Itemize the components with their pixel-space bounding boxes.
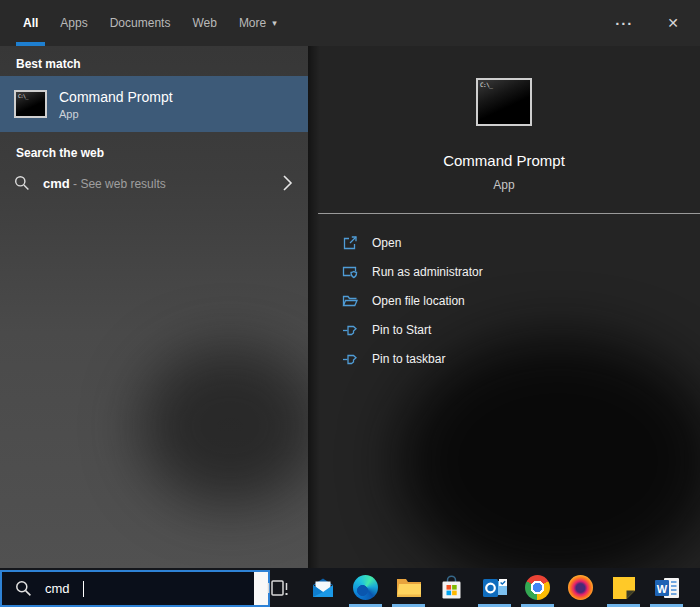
blurred-region bbox=[140, 346, 308, 506]
command-prompt-icon: C:\_ bbox=[14, 90, 47, 118]
tab-web[interactable]: Web bbox=[181, 0, 227, 46]
action-label: Pin to taskbar bbox=[372, 352, 445, 366]
action-run-as-administrator[interactable]: Run as administrator bbox=[342, 257, 700, 286]
result-title: Command Prompt bbox=[59, 89, 173, 105]
task-view-icon bbox=[265, 577, 289, 599]
preview-title: Command Prompt bbox=[308, 152, 700, 169]
tab-apps-label: Apps bbox=[60, 16, 87, 30]
cmd-prompt-glyph: C:\_ bbox=[480, 81, 492, 88]
task-view-button[interactable] bbox=[261, 575, 293, 601]
search-filter-bar: All Apps Documents Web More ▾ ··· ✕ bbox=[0, 0, 700, 46]
taskbar: cmd bbox=[0, 568, 700, 607]
firefox-icon bbox=[568, 575, 593, 600]
web-result-suffix: - See web results bbox=[70, 177, 166, 191]
tab-documents-label: Documents bbox=[110, 16, 171, 30]
search-input-value: cmd bbox=[45, 581, 70, 596]
preview-subtitle: App bbox=[308, 178, 700, 192]
microsoft-store-icon bbox=[440, 575, 463, 600]
filter-tabs: All Apps Documents Web More ▾ bbox=[12, 0, 288, 46]
best-match-header: Best match bbox=[16, 57, 292, 71]
taskbar-apps: W bbox=[309, 568, 680, 607]
sticky-notes-icon bbox=[613, 577, 635, 599]
result-type: App bbox=[59, 108, 173, 120]
pin-to-taskbar-icon bbox=[342, 351, 358, 367]
action-pin-to-start[interactable]: Pin to Start bbox=[342, 315, 700, 344]
taskbar-app-file-explorer[interactable] bbox=[395, 568, 422, 607]
tab-documents[interactable]: Documents bbox=[99, 0, 182, 46]
chrome-icon bbox=[525, 575, 550, 600]
preview-panel: C:\_ Command Prompt App Open bbox=[308, 46, 700, 568]
cmd-prompt-glyph: C:\_ bbox=[18, 93, 28, 99]
best-match-text: Command Prompt App bbox=[59, 89, 173, 120]
action-label: Open bbox=[372, 236, 401, 250]
taskbar-app-word[interactable]: W bbox=[653, 568, 680, 607]
window-controls: ··· ✕ bbox=[609, 0, 686, 46]
tab-all[interactable]: All bbox=[12, 0, 49, 46]
file-explorer-icon bbox=[396, 577, 422, 598]
open-icon bbox=[342, 235, 358, 251]
tab-all-label: All bbox=[23, 16, 38, 30]
action-label: Pin to Start bbox=[372, 323, 431, 337]
app-preview: C:\_ Command Prompt App bbox=[308, 46, 700, 192]
word-letter: W bbox=[656, 582, 667, 594]
word-icon: W bbox=[654, 577, 680, 599]
mail-icon bbox=[310, 577, 336, 599]
taskbar-app-edge[interactable] bbox=[352, 568, 379, 607]
chevron-down-icon: ▾ bbox=[272, 18, 277, 28]
windows-search-screen: { "topbar": { "tabs": [ {"label": "All",… bbox=[0, 0, 700, 607]
taskbar-app-microsoft-store[interactable] bbox=[438, 568, 465, 607]
search-icon bbox=[14, 175, 30, 191]
chevron-right-icon[interactable] bbox=[282, 174, 293, 192]
web-result-cmd[interactable]: cmd - See web results bbox=[0, 165, 308, 201]
more-options-icon[interactable]: ··· bbox=[609, 12, 639, 35]
taskbar-app-outlook[interactable] bbox=[481, 568, 508, 607]
open-file-location-icon bbox=[342, 293, 358, 309]
action-list: Open Run as administrator bbox=[308, 222, 700, 373]
action-pin-to-taskbar[interactable]: Pin to taskbar bbox=[342, 344, 700, 373]
pin-to-start-icon bbox=[342, 322, 358, 338]
action-label: Open file location bbox=[372, 294, 465, 308]
taskbar-app-chrome[interactable] bbox=[524, 568, 551, 607]
text-cursor bbox=[83, 581, 84, 597]
close-icon[interactable]: ✕ bbox=[661, 12, 686, 34]
run-as-administrator-icon bbox=[342, 264, 358, 280]
taskbar-search-input[interactable]: cmd bbox=[0, 570, 270, 607]
search-flyout: Best match C:\_ Command Prompt App Searc… bbox=[0, 46, 700, 568]
taskbar-app-sticky-notes[interactable] bbox=[610, 568, 637, 607]
tab-web-label: Web bbox=[192, 16, 216, 30]
tab-more[interactable]: More ▾ bbox=[228, 0, 288, 46]
action-open[interactable]: Open bbox=[342, 228, 700, 257]
search-icon bbox=[15, 580, 32, 597]
results-panel: Best match C:\_ Command Prompt App Searc… bbox=[0, 46, 308, 568]
search-web-header: Search the web bbox=[16, 146, 292, 160]
outlook-icon bbox=[482, 577, 508, 599]
web-result-text: cmd - See web results bbox=[43, 176, 166, 191]
action-open-file-location[interactable]: Open file location bbox=[342, 286, 700, 315]
command-prompt-icon-large: C:\_ bbox=[476, 78, 532, 126]
divider bbox=[318, 213, 700, 214]
best-match-result-command-prompt[interactable]: C:\_ Command Prompt App bbox=[0, 76, 308, 132]
edge-icon bbox=[353, 575, 378, 600]
action-label: Run as administrator bbox=[372, 265, 483, 279]
tab-more-label: More bbox=[239, 16, 266, 30]
tab-apps[interactable]: Apps bbox=[49, 0, 98, 46]
taskbar-app-firefox[interactable] bbox=[567, 568, 594, 607]
web-result-query: cmd bbox=[43, 176, 70, 191]
taskbar-app-mail[interactable] bbox=[309, 568, 336, 607]
